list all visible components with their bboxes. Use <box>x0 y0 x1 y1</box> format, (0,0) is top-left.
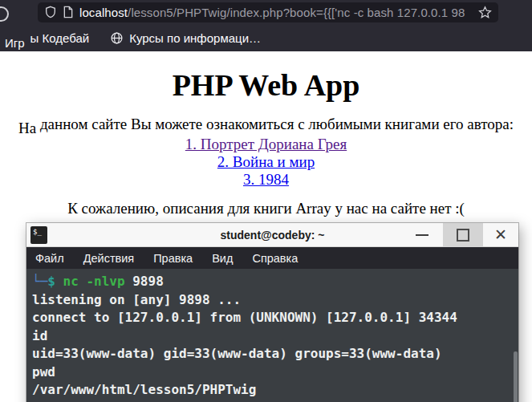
page-title: PHP Web App <box>0 67 532 103</box>
terminal-app-icon: $_ <box>30 226 47 244</box>
terminal-menubar: ФайлДействияПравкаВидСправка <box>26 247 518 269</box>
bookmark-label-part1: Игр <box>5 36 25 50</box>
bookmark-label-part2: ы Кодебай <box>30 31 90 45</box>
minimize-icon <box>416 234 428 236</box>
shield-icon <box>44 6 57 18</box>
page-info-icon[interactable] <box>63 6 74 18</box>
url-bar-row: localhost/lesson5/PHPTwig/index.php?book… <box>0 0 532 24</box>
window-controls: ✕ <box>401 223 518 246</box>
globe-icon <box>110 31 124 45</box>
terminal-titlebar[interactable]: $_ student@codeby: ~ ✕ <box>26 223 518 247</box>
url-host: localhost <box>79 6 128 19</box>
url-path: /lesson5/PHPTwig/index.php?book={{['nc -… <box>128 6 465 19</box>
menu-item-file[interactable]: Файл <box>35 252 64 265</box>
menu-item-help[interactable]: Справка <box>252 252 298 265</box>
book-link-3[interactable]: 3. 1984 <box>0 171 532 189</box>
maximize-button[interactable] <box>443 223 483 246</box>
minimize-button[interactable] <box>401 223 443 246</box>
bookmark-star-icon[interactable] <box>478 6 492 19</box>
url-text: localhost/lesson5/PHPTwig/index.php?book… <box>79 6 473 19</box>
terminal-line: /var/www/html/lesson5/PHPTwig <box>32 381 518 400</box>
terminal-line: uid=33(www-data) gid=33(www-data) groups… <box>32 345 518 363</box>
intro-text-prefix: На <box>18 120 36 137</box>
terminal-line: listening on [any] 9898 ... <box>32 291 518 310</box>
terminal-line: └─$ nc -nlvp 9898 <box>32 273 518 291</box>
browser-chrome: localhost/lesson5/PHPTwig/index.php?book… <box>0 0 532 51</box>
menu-item-edit[interactable]: Правка <box>153 252 193 265</box>
maximize-icon <box>457 229 469 242</box>
intro-text: На данном сайте Вы можете ознакомиться с… <box>0 116 532 133</box>
url-bar[interactable]: localhost/lesson5/PHPTwig/index.php?book… <box>38 2 498 22</box>
terminal-line: pwd <box>32 363 518 382</box>
terminal-line: id <box>32 327 518 346</box>
intro-text-rest: данном сайте Вы можете ознакомиться с лю… <box>36 116 514 132</box>
menu-item-view[interactable]: Вид <box>212 252 233 265</box>
bookmarks-bar: Игры Кодебай Курсы по информаци… <box>0 24 532 51</box>
menu-item-actions[interactable]: Действия <box>83 252 135 265</box>
bookmark-label: Курсы по информаци… <box>129 31 261 45</box>
clipped-extension-icon <box>0 6 9 22</box>
close-icon: ✕ <box>494 227 507 242</box>
terminal-scrollbar-thumb[interactable] <box>514 351 518 402</box>
book-link-2[interactable]: 2. Война и мир <box>0 153 532 171</box>
book-link-1[interactable]: 1. Портрет Дориана Грея <box>0 136 532 153</box>
no-description-message: К сожалению, описания для книги Array у … <box>0 200 532 217</box>
bookmark-item-infosec-courses[interactable]: Курсы по информаци… <box>110 31 261 45</box>
terminal-window: $_ student@codeby: ~ ✕ ФайлДействияПравк… <box>26 223 518 402</box>
close-button[interactable]: ✕ <box>483 223 518 246</box>
terminal-line: connect to [127.0.0.1] from (UNKNOWN) [1… <box>32 309 518 327</box>
book-links-list: 1. Портрет Дориана Грея2. Война и мир3. … <box>0 136 532 189</box>
terminal-output: └─$ nc -nlvp 9898listening on [any] 9898… <box>26 269 518 402</box>
terminal-line: ^C <box>32 400 518 402</box>
bookmark-item-codeby-games[interactable]: Игры Кодебай <box>5 31 89 45</box>
